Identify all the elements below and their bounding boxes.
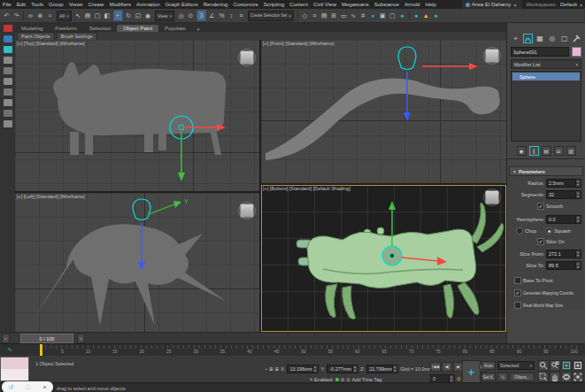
- left-toolbar-icon-3[interactable]: [4, 46, 12, 53]
- smooth-checkbox[interactable]: ✓: [537, 203, 544, 210]
- select-and-place-icon[interactable]: ◉: [144, 11, 152, 20]
- workspace-caret-icon[interactable]: ▾: [577, 2, 585, 8]
- utilities-tab-icon[interactable]: [572, 34, 581, 43]
- align-icon[interactable]: ≡: [311, 11, 319, 20]
- unlink-icon[interactable]: ⊗: [36, 11, 44, 20]
- selection-lock-icon[interactable]: ⊞: [269, 366, 273, 372]
- spinner-icon[interactable]: [575, 250, 581, 257]
- zoom-region-icon[interactable]: [538, 372, 549, 382]
- zoom-extents-icon[interactable]: [561, 360, 572, 371]
- window-crossing-icon[interactable]: ◧: [104, 11, 112, 20]
- sphere-gizmo[interactable]: [133, 199, 150, 220]
- viewcube[interactable]: [240, 50, 254, 65]
- selection-filter-dropdown[interactable]: All ▾: [57, 11, 72, 21]
- menu-edit[interactable]: Edit: [14, 2, 28, 7]
- subtab-brush-settings[interactable]: Brush Settings: [57, 32, 97, 41]
- generate-mapping-checkbox[interactable]: ✓: [514, 289, 521, 296]
- display-tab-icon[interactable]: ▢: [559, 34, 569, 43]
- object-name-field[interactable]: [511, 47, 569, 57]
- select-and-manipulate-icon[interactable]: ⊙: [187, 11, 195, 20]
- menu-substance[interactable]: Substance: [372, 2, 402, 7]
- chop-radio[interactable]: [516, 227, 523, 234]
- redo-icon[interactable]: ↷: [12, 11, 20, 20]
- viewcube[interactable]: [485, 190, 499, 204]
- left-toolbar-icon-6[interactable]: [4, 78, 12, 85]
- key-mode-icon[interactable]: ⊙: [457, 376, 461, 381]
- menu-help[interactable]: Help: [422, 2, 438, 7]
- left-toolbar-icon-5[interactable]: [4, 67, 12, 74]
- help-sphere-icon[interactable]: ●: [432, 11, 440, 20]
- zoom-icon[interactable]: [538, 360, 549, 371]
- listener-script-pane[interactable]: [1, 369, 28, 380]
- time-slider[interactable]: 0 / 100: [20, 334, 73, 343]
- viewport-top[interactable]: [+] [Top] [Standard] [Wireframe]: [15, 40, 259, 191]
- subtab-paint-objects[interactable]: Paint Objects: [17, 32, 55, 41]
- viewcube[interactable]: [240, 204, 254, 218]
- viewport-bottom[interactable]: [+] [Bottom] [Standard] [Default Shading…: [261, 185, 506, 332]
- squash-radio[interactable]: [545, 227, 552, 234]
- radius-field[interactable]: 2.5mm: [546, 179, 581, 188]
- left-toolbar-icon-4[interactable]: [4, 57, 12, 64]
- select-by-name-icon[interactable]: ▤: [84, 11, 92, 20]
- spinner-icon[interactable]: [392, 365, 397, 373]
- menu-views[interactable]: Views: [66, 2, 86, 7]
- workspace-value[interactable]: Default: [560, 2, 577, 7]
- mini-curve-editor-icon[interactable]: ∿: [7, 346, 12, 353]
- spinner-icon[interactable]: [352, 365, 358, 373]
- render-setup-icon[interactable]: ▣: [379, 11, 387, 20]
- select-and-rotate-icon[interactable]: ↻: [125, 11, 133, 20]
- sphere-gizmo[interactable]: [398, 47, 416, 70]
- hemisphere-field[interactable]: 0.0: [546, 215, 581, 224]
- listener-macro-pane[interactable]: [1, 357, 28, 369]
- filters-button[interactable]: Filters...: [510, 373, 535, 381]
- z-coordinate-field[interactable]: 21.799mm: [366, 365, 398, 373]
- spinner-icon[interactable]: [575, 262, 581, 269]
- menu-customize[interactable]: Customize: [230, 2, 260, 7]
- viewport-left[interactable]: [+] [Left] [Standard] [Wireframe] Y: [15, 193, 259, 332]
- tab-object-paint[interactable]: Object Paint: [117, 25, 158, 32]
- key-filter-icon[interactable]: ∿: [497, 373, 508, 381]
- menu-megascans[interactable]: Megascans: [339, 2, 372, 7]
- left-toolbar-icon-10[interactable]: [4, 120, 12, 127]
- track-bar[interactable]: ∿ 5 10 15 20 25 30 35 40 45 50 55 60 65 …: [0, 343, 585, 357]
- use-pivot-center-icon[interactable]: ◎: [177, 11, 185, 20]
- x-coordinate-field[interactable]: 13.196mm: [287, 365, 319, 373]
- viewport-front[interactable]: [+] [Front] [Standard] [Wireframe]: [261, 40, 506, 183]
- menu-create[interactable]: Create: [86, 2, 107, 7]
- remove-modifier-icon[interactable]: ⊟: [554, 146, 564, 156]
- zoom-all-icon[interactable]: [550, 360, 560, 371]
- signin-user[interactable]: Arwa El Dahamy ▾: [462, 0, 523, 9]
- pan-icon[interactable]: [550, 372, 560, 382]
- bind-spacewarp-icon[interactable]: ≈: [46, 11, 54, 20]
- spinner-icon[interactable]: [575, 216, 581, 223]
- create-tab-icon[interactable]: +: [511, 34, 520, 43]
- viewport-top-label[interactable]: [+] [Top] [Standard] [Wireframe]: [17, 41, 85, 46]
- object-color-swatch[interactable]: [572, 47, 581, 57]
- orbit-icon[interactable]: [561, 372, 572, 382]
- viewport-front-label[interactable]: [+] [Front] [Standard] [Wireframe]: [263, 41, 335, 46]
- left-toolbar-icon-1[interactable]: [4, 25, 12, 32]
- spinner-icon[interactable]: [575, 180, 581, 187]
- pin-stack-icon[interactable]: ◆: [517, 146, 527, 156]
- left-toolbar-icon-8[interactable]: [4, 99, 12, 106]
- select-and-scale-icon[interactable]: ◱: [135, 11, 142, 20]
- curve-editor-icon[interactable]: ∿: [350, 11, 358, 20]
- motion-tab-icon[interactable]: ◎: [547, 34, 557, 43]
- menu-graph-editors[interactable]: Graph Editors: [163, 2, 201, 7]
- menu-content[interactable]: Content: [287, 2, 311, 7]
- named-selection-sets-icon[interactable]: ≡: [237, 11, 245, 20]
- viewport-left-label[interactable]: [+] [Left] [Standard] [Wireframe]: [17, 194, 85, 199]
- tab-populate[interactable]: Populate: [158, 25, 192, 32]
- layer-manager-icon[interactable]: ▤: [320, 11, 328, 20]
- slice-from-field[interactable]: 272.1: [546, 250, 581, 258]
- base-to-pivot-checkbox[interactable]: [514, 277, 521, 284]
- modifier-stack[interactable]: Sphere: [511, 71, 581, 142]
- go-to-start-button[interactable]: |◀◀: [430, 362, 441, 372]
- rendered-frame-icon[interactable]: ▢: [389, 11, 396, 20]
- viewcube[interactable]: [485, 49, 499, 63]
- popup-close-icon[interactable]: ×: [43, 384, 47, 390]
- slice-to-field[interactable]: 89.5: [546, 261, 581, 270]
- menu-tools[interactable]: Tools: [28, 2, 46, 7]
- modify-tab-icon[interactable]: [523, 34, 533, 43]
- previous-frame-button[interactable]: ◀|: [442, 362, 452, 372]
